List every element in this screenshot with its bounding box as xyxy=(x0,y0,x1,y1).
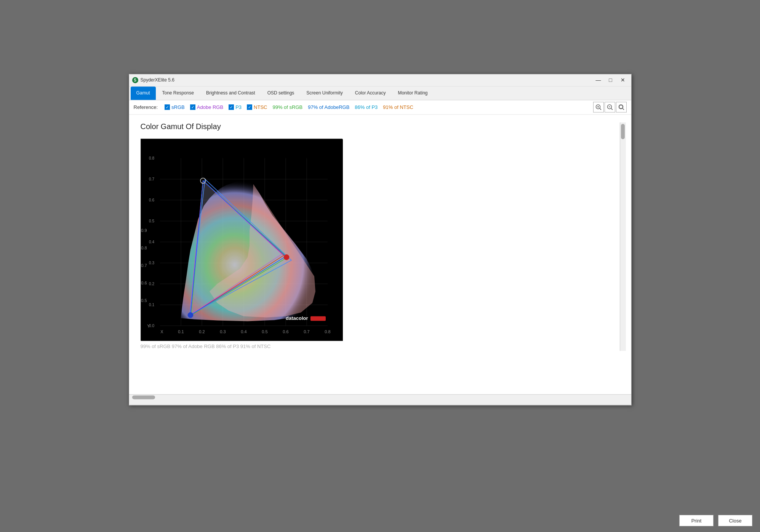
tab-monitor-rating[interactable]: Monitor Rating xyxy=(392,86,433,100)
page-title: Color Gamut Of Display xyxy=(141,122,620,131)
svg-text:0.6: 0.6 xyxy=(149,198,154,202)
cie-chart: 0.9 0.8 0.7 0.6 0.5 xyxy=(141,139,342,340)
reference-label: Reference: xyxy=(134,104,158,110)
zoom-out-button[interactable] xyxy=(605,102,615,112)
svg-point-59 xyxy=(188,312,193,318)
ntsc-checkbox[interactable]: ✓ xyxy=(247,104,252,110)
ref-srgb-item: ✓ sRGB xyxy=(165,104,185,110)
tab-screen-uniformity[interactable]: Screen Uniformity xyxy=(301,86,348,100)
svg-line-6 xyxy=(611,109,613,110)
cie-svg: 0.9 0.8 0.7 0.6 0.5 xyxy=(141,139,343,341)
print-button[interactable]: Print xyxy=(679,515,714,526)
main-window: S SpyderXElite 5.6 — □ ✕ Gamut Tone Resp… xyxy=(129,74,632,405)
ntsc-stat: 91% of NTSC xyxy=(383,104,413,110)
svg-text:0.5: 0.5 xyxy=(262,329,267,334)
p3-stat: 86% of P3 xyxy=(355,104,378,110)
scrollbar-v-thumb[interactable] xyxy=(621,124,625,139)
content-area: Color Gamut Of Display 0.9 0.8 0.7 0.6 0… xyxy=(129,115,631,394)
tab-gamut[interactable]: Gamut xyxy=(131,86,156,100)
vertical-scrollbar[interactable] xyxy=(620,122,626,351)
p3-label: P3 xyxy=(235,104,242,110)
svg-text:0.8: 0.8 xyxy=(141,246,147,250)
svg-text:0.0: 0.0 xyxy=(149,324,154,328)
scrollbar-h-thumb[interactable] xyxy=(132,395,155,399)
svg-line-8 xyxy=(622,109,624,110)
tab-tone-response[interactable]: Tone Response xyxy=(157,86,200,100)
svg-text:0.7: 0.7 xyxy=(149,177,154,181)
p3-checkbox[interactable]: ✓ xyxy=(229,104,234,110)
app-icon: S xyxy=(132,77,138,83)
zoom-controls xyxy=(593,102,627,112)
svg-text:0.5: 0.5 xyxy=(149,219,154,223)
close-window-button[interactable]: ✕ xyxy=(618,76,628,84)
zoom-in-button[interactable] xyxy=(593,102,604,112)
svg-text:0.3: 0.3 xyxy=(149,261,154,265)
zoom-fit-button[interactable] xyxy=(616,102,627,112)
tab-osd-settings[interactable]: OSD settings xyxy=(262,86,300,100)
svg-text:0.6: 0.6 xyxy=(283,329,288,334)
tab-color-accuracy[interactable]: Color Accuracy xyxy=(349,86,392,100)
svg-point-58 xyxy=(284,254,289,260)
tab-brightness-contrast[interactable]: Brightness and Contrast xyxy=(200,86,261,100)
svg-text:0.3: 0.3 xyxy=(220,329,226,334)
svg-text:0.4: 0.4 xyxy=(241,329,246,334)
svg-text:0.5: 0.5 xyxy=(141,298,147,303)
svg-line-3 xyxy=(600,109,601,110)
adobe-label: Adobe RGB xyxy=(197,104,223,110)
srgb-checkbox[interactable]: ✓ xyxy=(165,104,170,110)
svg-rect-61 xyxy=(310,316,326,321)
reference-bar: Reference: ✓ sRGB ✓ Adobe RGB ✓ P3 ✓ NTS… xyxy=(129,100,631,115)
svg-text:0.6: 0.6 xyxy=(141,281,147,285)
svg-text:0.1: 0.1 xyxy=(149,303,154,307)
minimize-button[interactable]: — xyxy=(593,76,604,84)
svg-text:0.7: 0.7 xyxy=(141,263,147,268)
svg-text:0.9: 0.9 xyxy=(141,228,147,233)
bottom-stats-text: 99% of sRGB 97% of Adobe RGB 86% of P3 9… xyxy=(141,343,620,351)
adobe-checkbox[interactable]: ✓ xyxy=(190,104,195,110)
ref-adobe-item: ✓ Adobe RGB xyxy=(190,104,223,110)
svg-text:0.8: 0.8 xyxy=(149,156,154,160)
svg-text:0.1: 0.1 xyxy=(178,329,184,334)
svg-text:0.2: 0.2 xyxy=(149,282,154,286)
ref-p3-item: ✓ P3 xyxy=(229,104,242,110)
bottom-footer: Print Close xyxy=(0,509,760,532)
navigation-bar: Gamut Tone Response Brightness and Contr… xyxy=(129,86,631,100)
svg-text:datacolor: datacolor xyxy=(286,315,308,321)
svg-text:0.8: 0.8 xyxy=(325,329,330,334)
adobe-stat: 97% of AdobeRGB xyxy=(308,104,349,110)
horizontal-scrollbar[interactable] xyxy=(129,394,631,400)
svg-text:0.7: 0.7 xyxy=(304,329,309,334)
window-controls: — □ ✕ xyxy=(593,76,628,84)
maximize-button[interactable]: □ xyxy=(605,76,616,84)
svg-text:0.4: 0.4 xyxy=(149,240,154,244)
app-title: SpyderXElite 5.6 xyxy=(141,77,593,83)
title-bar: S SpyderXElite 5.6 — □ ✕ xyxy=(129,74,631,86)
srgb-label: sRGB xyxy=(171,104,185,110)
ntsc-label: NTSC xyxy=(254,104,267,110)
svg-text:X: X xyxy=(160,329,163,334)
svg-rect-9 xyxy=(619,105,622,108)
ref-ntsc-item: ✓ NTSC xyxy=(247,104,267,110)
srgb-stat: 99% of sRGB xyxy=(272,104,302,110)
svg-text:0.2: 0.2 xyxy=(199,329,205,334)
close-button[interactable]: Close xyxy=(718,515,752,526)
